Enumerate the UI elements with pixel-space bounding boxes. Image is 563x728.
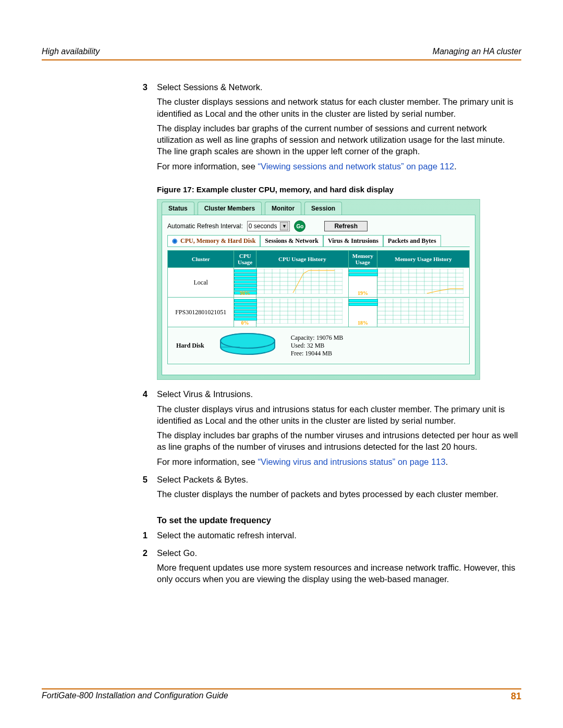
memory-gauge: 19%	[349, 269, 377, 297]
step-title: Select Virus & Intrusions.	[157, 388, 521, 400]
subtab-sessions-network[interactable]: Sessions & Network	[260, 235, 323, 246]
eye-icon: ◉	[172, 237, 177, 244]
step-text: The cluster displays virus and intrusion…	[157, 403, 521, 427]
step-text: The display includes bar graphs of the c…	[157, 122, 521, 157]
step-number: 5	[133, 474, 148, 503]
tab-session[interactable]: Session	[304, 202, 342, 215]
step-text: For more information, see “Viewing sessi…	[157, 161, 521, 172]
col-cpu-history: CPU Usage History	[256, 251, 348, 268]
tab-cluster-members[interactable]: Cluster Members	[198, 202, 262, 215]
to-set-update-frequency: To set the update frequency	[157, 514, 521, 526]
step-title: Select Go.	[157, 547, 521, 559]
cpu-history-chart	[256, 299, 342, 324]
step-title: Select Sessions & Network.	[157, 81, 521, 93]
hard-disk-panel: Hard Disk Capacity: 19076 MB Used: 32 MB…	[167, 327, 470, 364]
col-cpu-usage: CPU Usage	[234, 251, 256, 268]
step-text: More frequent updates use more system re…	[157, 562, 521, 585]
disk-icon	[219, 332, 276, 359]
step-title: Select Packets & Bytes.	[157, 474, 521, 485]
running-head-right: Managing an HA cluster	[433, 47, 521, 56]
step-text: The cluster displays sessions and networ…	[157, 96, 521, 119]
table-row: Local 98% 19%	[168, 268, 470, 298]
running-head-left: High availability	[42, 47, 100, 56]
step-number: 2	[133, 547, 148, 588]
cpu-gauge: 98%	[234, 269, 256, 297]
table-row: FPS3012801021051 0% 18%	[168, 298, 470, 327]
step-title: Select the automatic refresh interval.	[157, 529, 521, 541]
step-number: 3	[133, 81, 148, 175]
step-text: For more information, see “Viewing virus…	[157, 456, 521, 467]
col-memory-usage: Memory Usage	[348, 251, 377, 268]
svg-point-77	[221, 334, 275, 348]
page-number: 81	[511, 691, 521, 702]
cluster-name: FPS3012801021051	[168, 298, 234, 327]
tab-monitor[interactable]: Monitor	[265, 202, 301, 215]
col-memory-history: Memory Usage History	[377, 251, 470, 268]
step-3: 3 Select Sessions & Network. The cluster…	[133, 81, 521, 175]
footer-title: FortiGate-800 Installation and Configura…	[42, 691, 228, 702]
subtab-cpu-mem-hdd[interactable]: ◉CPU, Memory & Hard Disk	[167, 235, 260, 246]
figure-caption: Figure 17: Example cluster CPU, memory, …	[157, 184, 521, 195]
step-text: The cluster displays the number of packe…	[157, 488, 521, 500]
refresh-label: Automatic Refresh Interval:	[167, 223, 243, 230]
refresh-button[interactable]: Refresh	[324, 221, 368, 231]
memory-history-chart	[377, 269, 463, 294]
subtab-packets-bytes[interactable]: Packets and Bytes	[383, 235, 441, 246]
step-c2: 2 Select Go. More frequent updates use m…	[133, 547, 521, 588]
col-cluster: Cluster	[168, 251, 234, 268]
cluster-stats-table: Cluster CPU Usage CPU Usage History Memo…	[167, 250, 470, 327]
tab-status[interactable]: Status	[162, 202, 194, 215]
xref-sessions-network[interactable]: “Viewing sessions and network status” on…	[258, 162, 455, 171]
step-number: 4	[133, 388, 148, 471]
footer-rule	[42, 688, 521, 689]
step-4: 4 Select Virus & Intrusions. The cluster…	[133, 388, 521, 471]
xref-virus-intrusions[interactable]: “Viewing virus and intrusions status” on…	[258, 457, 446, 466]
step-number: 1	[133, 529, 148, 544]
cpu-gauge: 0%	[234, 299, 256, 326]
cluster-name: Local	[168, 268, 234, 298]
memory-history-chart	[377, 299, 463, 324]
header-rule	[42, 59, 521, 60]
step-5: 5 Select Packets & Bytes. The cluster di…	[133, 474, 521, 503]
hdd-label: Hard Disk	[176, 342, 204, 350]
chevron-down-icon: ▼	[280, 222, 288, 230]
refresh-interval-select[interactable]: 0 seconds ▼	[247, 221, 290, 231]
memory-gauge: 18%	[349, 299, 377, 326]
figure-panel: Status Cluster Members Monitor Session A…	[157, 199, 480, 380]
step-text: The display includes bar graphs of the n…	[157, 429, 521, 453]
step-c1: 1 Select the automatic refresh interval.	[133, 529, 521, 544]
go-button[interactable]: Go	[294, 220, 305, 232]
subtab-virus-intrusions[interactable]: Virus & Intrusions	[323, 235, 383, 246]
hdd-stats: Capacity: 19076 MB Used: 32 MB Free: 190…	[291, 334, 344, 357]
cpu-history-chart	[256, 269, 342, 294]
